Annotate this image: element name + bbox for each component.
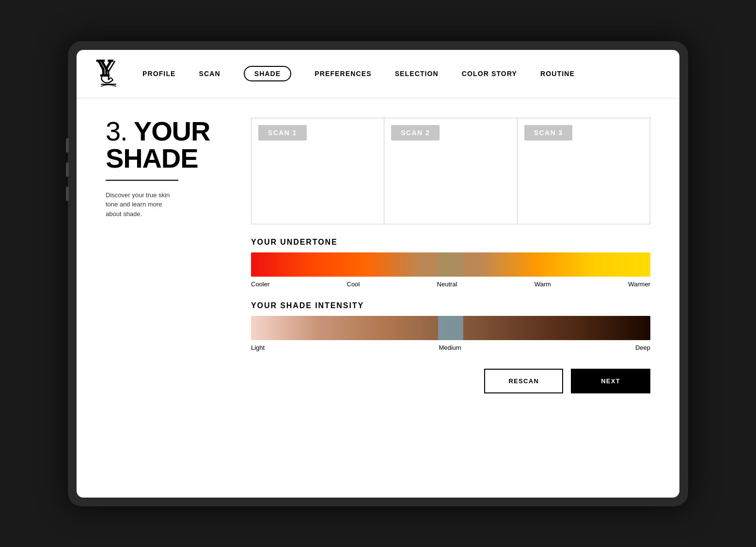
rescan-button[interactable]: RESCAN [484,369,563,393]
undertone-indicator [438,252,463,277]
nav-item-preferences[interactable]: PREFERENCES [315,70,371,78]
main-content: 3. YOUR SHADE Discover your true skinton… [77,98,679,498]
title-line1: YOUR [134,116,210,146]
intensity-indicator [438,316,463,340]
undertone-bar [251,252,650,277]
nav-item-scan[interactable]: SCAN [199,70,220,78]
intensity-bar [251,316,650,340]
side-button-1 [66,138,69,153]
intensity-bar-container [251,316,650,340]
scan-label-2: SCAN 2 [391,125,440,141]
scan-row: SCAN 1 SCAN 2 SCAN 3 [251,118,650,224]
scan-label-3: SCAN 3 [524,125,573,141]
undertone-label-cooler: Cooler [251,281,269,288]
intensity-label-light: Light [251,344,265,351]
undertone-label-warmer: Warmer [628,281,650,288]
title-line2: SHADE [106,143,198,173]
left-panel: 3. YOUR SHADE Discover your true skinton… [106,118,222,478]
scan-box-2[interactable]: SCAN 2 [384,118,517,224]
ysl-logo: 𝕐 [94,57,123,91]
undertone-label-cool: Cool [347,281,360,288]
title-underline [106,180,178,181]
right-panel: SCAN 1 SCAN 2 SCAN 3 YOUR UNDERTONE [251,118,650,478]
side-buttons [66,138,69,201]
intensity-label-deep: Deep [635,344,650,351]
undertone-labels: Cooler Cool Neutral Warm Warmer [251,281,650,288]
undertone-label-warm: Warm [535,281,551,288]
side-button-3 [66,187,69,201]
step-description: Discover your true skintone and learn mo… [106,190,222,219]
undertone-bar-container [251,252,650,277]
button-row: RESCAN NEXT [251,369,650,393]
nav-item-routine[interactable]: ROUTINE [540,70,575,78]
intensity-title: YOUR SHADE INTENSITY [251,301,650,310]
undertone-title: YOUR UNDERTONE [251,238,650,247]
intensity-label-medium: Medium [439,344,461,351]
nav-items: PROFILE SCAN SHADE PREFERENCES SELECTION… [142,66,662,81]
tablet-frame: 𝕐 PROFILE SCAN SHADE PREFERENCES SELECTI… [68,41,688,506]
intensity-labels: Light Medium Deep [251,344,650,351]
scan-box-3[interactable]: SCAN 3 [518,118,650,224]
scan-box-1[interactable]: SCAN 1 [252,118,384,224]
tablet-screen: 𝕐 PROFILE SCAN SHADE PREFERENCES SELECTI… [77,50,679,498]
scan-label-1: SCAN 1 [258,125,307,141]
step-number: 3. [106,116,127,146]
intensity-section: YOUR SHADE INTENSITY Light Medium Deep [251,301,650,351]
nav-item-color-story[interactable]: COLOR STORY [462,70,517,78]
nav-bar: 𝕐 PROFILE SCAN SHADE PREFERENCES SELECTI… [77,50,679,98]
step-title: 3. YOUR SHADE [106,118,222,172]
nav-item-profile[interactable]: PROFILE [142,70,176,78]
nav-item-selection[interactable]: SELECTION [395,70,439,78]
undertone-section: YOUR UNDERTONE Cooler Cool Neutral Warm … [251,238,650,288]
nav-item-shade[interactable]: SHADE [244,66,292,81]
next-button[interactable]: NEXT [571,369,650,393]
undertone-label-neutral: Neutral [437,281,457,288]
side-button-2 [66,162,69,177]
